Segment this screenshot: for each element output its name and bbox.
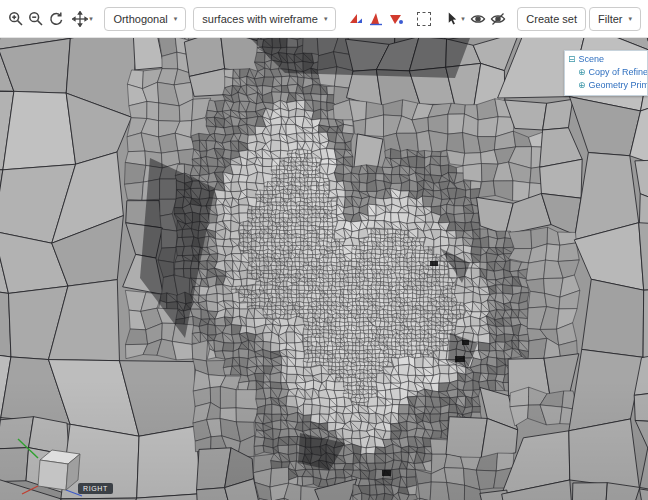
cursor-arrow-icon: [445, 11, 460, 26]
display-mode-select[interactable]: surfaces with wireframe ▾: [193, 7, 336, 31]
mesh-viewer-app: ▾ Orthogonal ▾ surfaces with wireframe ▾: [0, 0, 648, 500]
zoom-in-icon: [8, 11, 24, 27]
eye-icon: [470, 11, 486, 27]
axis-tool-button-3[interactable]: [388, 7, 405, 31]
tree-expand-icon[interactable]: ⊕: [578, 79, 586, 92]
gizmo-green-axis: [18, 439, 38, 458]
axis-tool-icon-3: [388, 11, 404, 27]
filter-select[interactable]: Filter ▾: [589, 7, 641, 31]
box-select-button[interactable]: [416, 7, 433, 31]
scene-tree-panel: ⊟ Scene ⊕ Copy of RefinedMoc ⊕ Geometry …: [564, 50, 648, 96]
reset-view-button[interactable]: [47, 7, 64, 31]
zoom-out-button[interactable]: [27, 7, 44, 31]
scene-root-label: Scene: [579, 53, 605, 66]
create-set-button[interactable]: Create set: [517, 7, 586, 31]
gizmo-cube-front: [38, 460, 68, 490]
gizmo-red-axis: [22, 486, 38, 494]
display-mode-label: surfaces with wireframe: [202, 13, 318, 25]
filter-label: Filter: [598, 13, 622, 25]
tree-expand-icon[interactable]: ⊕: [578, 66, 586, 79]
scene-tree-item[interactable]: ⊕ Geometry Primitive: [568, 79, 647, 92]
tree-collapse-icon[interactable]: ⊟: [568, 53, 576, 66]
scene-tree-root[interactable]: ⊟ Scene: [568, 53, 647, 66]
viewport[interactable]: ⊟ Scene ⊕ Copy of RefinedMoc ⊕ Geometry …: [0, 38, 648, 500]
show-selected-button[interactable]: [469, 7, 486, 31]
scene-item-label: Copy of RefinedMoc: [589, 66, 648, 79]
refresh-icon: [48, 11, 64, 27]
scene-tree-item[interactable]: ⊕ Copy of RefinedMoc: [568, 66, 647, 79]
axis-tool-icon-1: [348, 11, 364, 27]
scene-item-label: Geometry Primitive: [589, 79, 648, 92]
zoom-out-icon: [28, 11, 44, 27]
gizmo-orientation-label: RIGHT: [78, 483, 113, 494]
mesh-canvas[interactable]: [0, 38, 648, 500]
hide-selected-button[interactable]: [489, 7, 506, 31]
create-set-label: Create set: [526, 13, 577, 25]
axis-tool-button-1[interactable]: [347, 7, 364, 31]
chevron-down-icon: ▾: [89, 15, 93, 22]
marquee-select-icon: [417, 12, 431, 26]
chevron-down-icon: ▾: [174, 15, 178, 22]
eye-off-icon: [490, 11, 506, 27]
chevron-down-icon: ▾: [628, 15, 632, 22]
axis-tool-button-2[interactable]: [368, 7, 385, 31]
axis-tool-icon-2: [368, 11, 384, 27]
projection-label: Orthogonal: [113, 13, 167, 25]
select-tool-button[interactable]: ▾: [444, 7, 466, 31]
pan-move-icon: [72, 11, 88, 27]
toolbar: ▾ Orthogonal ▾ surfaces with wireframe ▾: [0, 0, 648, 38]
chevron-down-icon: ▾: [324, 15, 328, 22]
zoom-in-button[interactable]: [7, 7, 24, 31]
pan-tool-button[interactable]: ▾: [72, 7, 94, 31]
projection-select[interactable]: Orthogonal ▾: [104, 7, 186, 31]
chevron-down-icon: ▾: [461, 15, 465, 22]
